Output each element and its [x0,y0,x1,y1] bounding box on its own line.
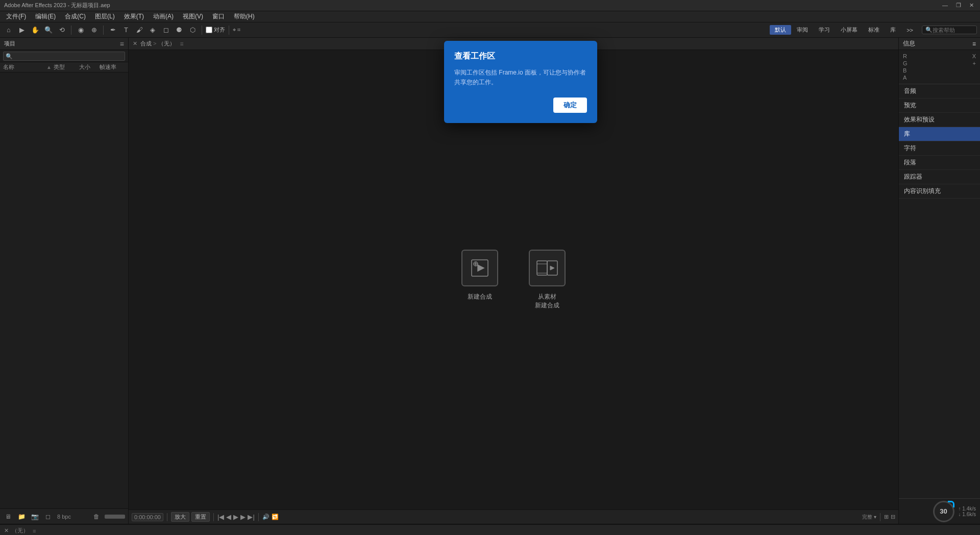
tool-shape[interactable]: ⬡ [187,25,198,36]
fps-value: 30 [940,507,947,515]
snapping-icon[interactable]: ⌖ ⌗ [233,27,240,33]
workspace-more[interactable]: >> [901,26,918,34]
workspace-standard[interactable]: 标准 [863,25,885,35]
panel-audio[interactable]: 音频 [899,84,980,99]
menu-help[interactable]: 帮助(H) [230,11,259,22]
close-button[interactable]: ✕ [967,2,976,9]
panel-effects[interactable]: 效果和预设 [899,113,980,127]
tool-zoom[interactable]: 🔍 [43,25,54,36]
view-options-icon[interactable]: ⊟ [891,514,895,520]
new-composition-action[interactable]: 新建合成 [461,250,498,301]
next-frame-button[interactable]: ▶ [240,513,246,521]
timeline-section: ✕ （无） ≡ ⊙ 🔒 ◈ ◇ 卡♦◇众 fx☁⟳ 源名称 父级和链接 [0,524,980,535]
tool-orbit[interactable]: ⊕ [88,25,100,36]
fps-display: 30 [933,501,954,522]
tool-pen[interactable]: ✒ [107,25,118,36]
timeline-menu[interactable]: ≡ [33,528,36,534]
loop-icon[interactable]: 🔁 [272,514,279,520]
workspace-dialog: 查看工作区 审阅工作区包括 Frame.io 面板，可让您与协作者共享您的工作。… [444,41,597,123]
speed-up: ↑ 1.4k/s [959,506,976,512]
menu-layer[interactable]: 图层(L) [91,11,119,22]
title-bar: Adobe After Effects 2023 - 无标题项目.aep — ❐… [0,0,980,11]
help-search[interactable]: 🔍 [922,26,977,34]
panel-paragraph[interactable]: 段落 [899,156,980,170]
comp-close[interactable]: ✕ [133,40,137,47]
project-column-headers: 名称 ▲ 类型 大小 帧速率 [0,62,128,72]
new-composition-button[interactable]: 🖥 [3,512,13,522]
empty-state-actions: 新建合成 从素材新建合成 [461,250,566,310]
folder-button[interactable]: 📁 [16,512,27,522]
tool-rotate[interactable]: ⟲ [56,25,67,36]
menu-animation[interactable]: 动画(A) [149,11,178,22]
col-type: 类型 [54,63,79,71]
col-size: 大小 [79,63,100,71]
play-button[interactable]: ▶ [233,513,238,521]
tool-text[interactable]: T [120,25,132,36]
footage-button[interactable]: 📷 [30,512,40,522]
prev-frame-button[interactable]: ◀ [226,513,231,521]
maximize-button[interactable]: ❐ [954,2,963,9]
minimize-button[interactable]: — [940,2,950,9]
tool-home[interactable]: ⌂ [3,25,14,36]
panel-content-aware[interactable]: 内容识别填充 [899,184,980,199]
tool-hand[interactable]: ✋ [30,25,41,36]
project-panel-title: 项目 [4,40,15,47]
panel-character[interactable]: 字符 [899,141,980,156]
grid-icon[interactable]: ⊞ [884,514,889,520]
info-panel: 信息 ≡ R X G + B A 音频 预览 效果和预设 库 字符 段落 跟踪器… [898,38,980,524]
reset-button[interactable]: 重置 [191,512,210,522]
comp-footage-icon-svg [535,256,559,280]
menu-file[interactable]: 文件(F) [2,11,30,22]
reset-view-button[interactable]: 放大 [171,512,189,522]
tool-puppet[interactable]: ⚈ [174,25,185,36]
tool-camera[interactable]: ◉ [75,25,86,36]
info-panel-menu[interactable]: ≡ [972,40,976,47]
panel-library[interactable]: 库 [899,127,980,141]
workspace-default[interactable]: 默认 [770,25,791,35]
new-composition-icon [461,250,498,286]
menu-edit[interactable]: 编辑(E) [31,11,60,22]
comp-from-footage-label: 从素材新建合成 [535,293,559,310]
align-checkbox[interactable] [206,27,212,33]
audio-icon[interactable]: 🔊 [262,514,270,520]
menu-view[interactable]: 视图(V) [179,11,207,22]
tool-brush[interactable]: 🖌 [134,25,145,36]
forward-end-button[interactable]: ▶| [248,513,254,521]
project-search-input[interactable] [3,52,125,61]
workspace-learn[interactable]: 学习 [814,25,835,35]
tool-clone[interactable]: ◈ [147,25,158,36]
dialog-confirm-button[interactable]: 确定 [553,98,587,113]
panel-preview[interactable]: 预览 [899,99,980,113]
solid-button[interactable]: ◻ [43,512,53,522]
panel-tracker[interactable]: 跟踪器 [899,170,980,184]
app-title: Adobe After Effects 2023 - 无标题项目.aep [4,2,110,9]
col-name: 名称 [3,63,46,71]
rewind-button[interactable]: |◀ [217,513,224,521]
tool-separator-2 [103,26,104,35]
comp-header-menu[interactable]: ≡ [180,40,184,47]
project-menu-icon[interactable]: ≡ [120,40,124,48]
search-input[interactable] [933,27,973,33]
g-label: G [903,60,939,66]
tool-select[interactable]: ▶ [16,25,28,36]
sort-arrow: ▲ [46,64,52,70]
workspace-review[interactable]: 审阅 [792,25,813,35]
comp-from-footage-icon [529,250,566,286]
project-search-bar [0,50,128,62]
x-label: X [940,53,976,59]
delete-button[interactable]: 🗑 [91,512,102,522]
y-label: + [940,60,976,66]
workspace-small-screen[interactable]: 小屏幕 [836,25,863,35]
timeline-close[interactable]: ✕ [4,527,9,534]
workspace-library[interactable]: 库 [885,25,901,35]
menu-composition[interactable]: 合成(C) [61,11,90,22]
menu-effects[interactable]: 效果(T) [120,11,148,22]
window-controls: — ❐ ✕ [940,2,976,9]
timecode-display[interactable]: 0:00:00:00 [132,513,163,521]
comp-from-footage-action[interactable]: 从素材新建合成 [529,250,566,310]
align-label: 对齐 [214,26,225,34]
resolution-label[interactable]: 完整 ▾ [862,514,876,521]
workspace-switcher: 默认 审阅 学习 小屏幕 标准 库 >> 🔍 [770,25,977,35]
menu-window[interactable]: 窗口 [208,11,229,22]
tool-eraser[interactable]: ◻ [160,25,172,36]
